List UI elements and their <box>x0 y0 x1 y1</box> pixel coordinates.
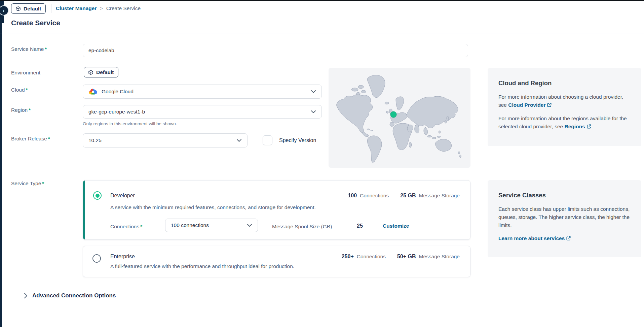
service-classes-body: Each service class has upper limits such… <box>498 205 631 229</box>
service-name-label: Service Name* <box>11 46 47 52</box>
header-divider <box>51 4 51 13</box>
external-link-icon <box>547 103 552 107</box>
cube-icon <box>88 70 93 75</box>
region-helper-text: Only regions in this environment will be… <box>83 121 177 126</box>
region-select[interactable]: gke-gcp-europe-west1-b <box>83 105 322 119</box>
cloud-region-paragraph-2: For more information about the regions a… <box>498 115 631 131</box>
enterprise-title: Enterprise <box>110 254 135 260</box>
broker-release-select[interactable]: 10.25 <box>83 133 248 148</box>
environment-chip-label: Default <box>96 69 114 75</box>
chevron-down-icon <box>236 139 242 142</box>
service-name-input[interactable] <box>83 44 468 57</box>
window-top-edge <box>0 0 644 1</box>
header-rule <box>0 33 644 33</box>
connections-select[interactable]: 100 connections <box>165 219 258 232</box>
breadcrumb-cluster-manager[interactable]: Cluster Manager <box>56 5 97 11</box>
developer-radio[interactable] <box>93 191 102 200</box>
world-map <box>329 68 470 168</box>
external-link-icon <box>587 124 591 129</box>
region-select-value: gke-gcp-europe-west1-b <box>88 109 145 115</box>
sidebar-expand-toggle[interactable]: › <box>0 5 9 15</box>
collapsed-sidebar-edge <box>0 1 2 327</box>
advanced-connection-options-label: Advanced Connection Options <box>32 292 116 299</box>
cloud-select-value: Google Cloud <box>102 89 134 95</box>
service-type-card-developer[interactable]: Developer 100 Connections 25 GB Message … <box>83 180 470 240</box>
environment-chip[interactable]: Default <box>84 67 118 77</box>
enterprise-radio[interactable] <box>92 254 101 263</box>
service-type-label: Service Type* <box>11 181 44 187</box>
specify-version-label: Specify Version <box>279 137 316 143</box>
environment-badge[interactable]: Default <box>11 3 46 14</box>
developer-stats: 100 Connections 25 GB Message Storage <box>348 193 460 199</box>
customize-link[interactable]: Customize <box>383 223 409 229</box>
google-cloud-icon <box>88 88 98 95</box>
developer-storage-value: 25 GB <box>400 193 416 199</box>
region-marker <box>390 111 396 118</box>
cloud-label: Cloud* <box>11 87 28 93</box>
enterprise-storage-label: Message Storage <box>419 254 460 260</box>
cube-icon <box>15 6 21 11</box>
service-classes-info-panel: Service Classes Each service class has u… <box>488 180 641 257</box>
message-spool-size-value: 25 <box>357 223 363 229</box>
enterprise-connections-label: Connections <box>357 254 386 260</box>
enterprise-storage-value: 50+ GB <box>397 254 416 260</box>
connections-select-value: 100 connections <box>171 222 209 228</box>
message-spool-size-label: Message Spool Size (GB) <box>272 224 332 230</box>
cloud-region-info-panel: Cloud and Region For more information ab… <box>488 68 641 146</box>
region-map-panel <box>329 68 470 168</box>
developer-storage-label: Message Storage <box>419 193 460 199</box>
external-link-icon <box>566 236 571 240</box>
chevron-down-icon <box>311 110 316 113</box>
selected-card-accent <box>83 181 85 239</box>
broker-release-value: 10.25 <box>88 137 102 143</box>
broker-release-label: Broker Release* <box>11 136 50 142</box>
breadcrumb-current: Create Service <box>106 5 141 11</box>
developer-connections-value: 100 <box>348 193 357 199</box>
developer-title: Developer <box>110 193 135 199</box>
breadcrumb-separator: > <box>100 6 103 11</box>
developer-connections-label: Connections <box>360 193 389 199</box>
advanced-connection-options-toggle[interactable]: Advanced Connection Options <box>24 292 116 299</box>
enterprise-connections-value: 250+ <box>342 254 354 260</box>
environment-badge-label: Default <box>24 6 41 12</box>
region-label: Region* <box>11 107 31 113</box>
service-type-card-enterprise[interactable]: Enterprise 250+ Connections 50+ GB Messa… <box>83 246 470 277</box>
enterprise-stats: 250+ Connections 50+ GB Message Storage <box>342 254 460 260</box>
environment-label: Environment <box>11 70 40 76</box>
learn-more-services-link[interactable]: Learn more about services <box>498 235 571 241</box>
specify-version-checkbox[interactable] <box>263 135 272 145</box>
chevron-down-icon <box>311 90 316 93</box>
service-classes-panel-title: Service Classes <box>498 192 631 199</box>
breadcrumb: Cluster Manager > Create Service <box>56 5 141 11</box>
connections-field-label: Connections* <box>110 224 142 230</box>
chevron-right-icon <box>24 293 28 299</box>
cloud-select[interactable]: Google Cloud <box>83 85 322 99</box>
regions-link[interactable]: Regions <box>564 124 591 129</box>
chevron-down-icon <box>247 224 252 227</box>
chevron-right-icon: › <box>3 8 4 13</box>
cloud-provider-link[interactable]: Cloud Provider <box>508 102 552 108</box>
developer-description: A service with the minimum required feat… <box>110 204 316 210</box>
cloud-region-panel-title: Cloud and Region <box>498 79 631 87</box>
enterprise-description: A full-featured service with the perform… <box>110 263 294 269</box>
cloud-region-paragraph-1: For more information about choosing a cl… <box>498 93 631 109</box>
page-title: Create Service <box>11 19 60 27</box>
